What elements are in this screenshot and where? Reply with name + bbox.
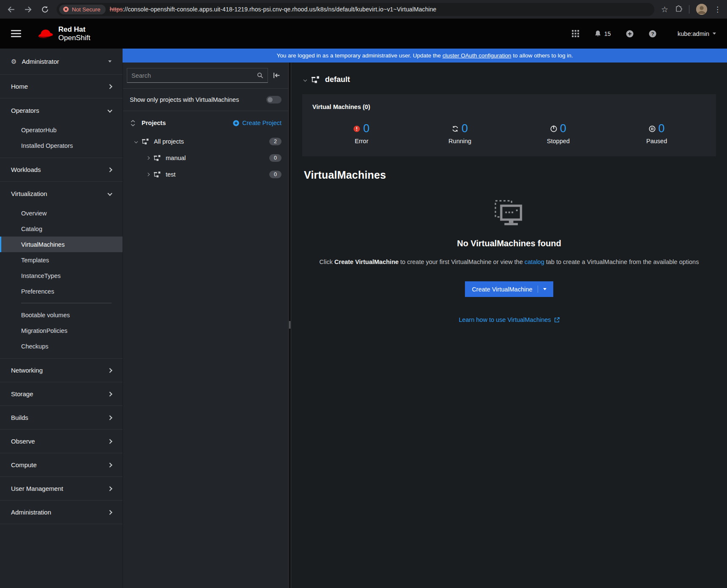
sidebar-item-home[interactable]: Home [0, 75, 123, 98]
vm-status-stats: 0 Error 0 Running [312, 123, 706, 144]
virtual-machine-icon [495, 200, 524, 226]
sidebar-item-label: Operators [11, 107, 39, 114]
create-vm-bold-text: Create VirtualMachine [334, 259, 399, 265]
security-label: Not Secure [72, 6, 101, 13]
browser-back-button[interactable] [6, 4, 16, 14]
nav-toggle-hamburger-icon[interactable] [11, 30, 21, 37]
chevron-right-icon [107, 392, 112, 396]
vm-status-card: Virtual Machines (0) 0 Error [302, 94, 716, 156]
project-name: manual [166, 155, 186, 161]
quick-create-plus-icon[interactable] [626, 30, 634, 38]
browser-reload-button[interactable] [40, 4, 50, 14]
browser-profile-avatar[interactable] [696, 4, 707, 15]
sidebar-item-operatorhub[interactable]: OperatorHub [0, 122, 123, 138]
sidebar-item-checkups[interactable]: Checkups [0, 338, 123, 354]
learn-virtualmachines-link[interactable]: Learn how to use VirtualMachines [459, 316, 551, 323]
project-heading[interactable]: default [291, 63, 727, 84]
sidebar-item-virt-overview[interactable]: Overview [0, 205, 123, 221]
chevron-right-icon [107, 84, 112, 89]
running-sync-icon [452, 125, 459, 132]
banner-text-post: to allow others to log in. [513, 52, 573, 59]
chevron-right-icon [107, 439, 112, 444]
oauth-config-link[interactable]: cluster OAuth configuration [443, 52, 511, 59]
bookmark-star-icon[interactable]: ☆ [661, 5, 668, 14]
masthead-toolbar: 15 ? kube:admin [572, 30, 716, 38]
address-bar[interactable]: Not Secure https://console-openshift-con… [57, 3, 654, 16]
catalog-link[interactable]: catalog [525, 259, 544, 265]
sidebar-item-user-management[interactable]: User Management [0, 477, 123, 501]
sidebar-item-virtualization[interactable]: Virtualization [0, 182, 123, 205]
sidebar-item-compute[interactable]: Compute [0, 453, 123, 477]
sidebar-item-instancetypes[interactable]: InstanceTypes [0, 268, 123, 283]
paused-count[interactable]: 0 [659, 123, 665, 134]
perspective-switcher[interactable]: ⚙ Administrator [0, 49, 123, 75]
page-title: VirtualMachines [291, 156, 727, 181]
sidebar-item-virt-catalog[interactable]: Catalog [0, 221, 123, 237]
sidebar-item-networking[interactable]: Networking [0, 359, 123, 382]
project-icon [142, 139, 149, 144]
vm-filter-toggle[interactable] [266, 96, 282, 103]
sidebar-item-observe[interactable]: Observe [0, 430, 123, 453]
vm-filter-row: Show only projects with VirtualMachines [123, 89, 288, 111]
browser-menu-kebab-icon[interactable]: ⋮ [714, 6, 721, 13]
sort-selector-icon[interactable] [131, 120, 135, 126]
project-icon [154, 172, 161, 177]
create-project-button[interactable]: Create Project [233, 120, 282, 126]
tree-row-all-projects[interactable]: All projects 2 [123, 133, 288, 150]
chevron-down-icon[interactable] [134, 139, 138, 143]
running-count[interactable]: 0 [462, 123, 468, 134]
stat-stopped[interactable]: 0 Stopped [509, 123, 608, 144]
chevron-down-icon [543, 288, 547, 290]
brand-logo[interactable]: Red Hat OpenShift [37, 25, 90, 41]
user-menu[interactable]: kube:admin [678, 30, 716, 37]
sidebar-item-storage[interactable]: Storage [0, 382, 123, 406]
browser-forward-button[interactable] [23, 4, 33, 14]
chevron-right-icon[interactable] [146, 172, 150, 176]
resizer-grip-icon [289, 321, 290, 329]
sidebar-item-administration[interactable]: Administration [0, 501, 123, 524]
project-name: All projects [154, 138, 184, 145]
stat-running[interactable]: 0 Running [411, 123, 509, 144]
tree-row-test[interactable]: test 0 [123, 166, 288, 182]
sidebar-item-virtualmachines[interactable]: VirtualMachines [0, 237, 123, 252]
tree-row-manual[interactable]: manual 0 [123, 150, 288, 166]
vm-card-title: Virtual Machines (0) [312, 103, 706, 110]
app-body: ⚙ Administrator Home Operators OperatorH… [0, 49, 727, 588]
brand-name-top: Red Hat [58, 25, 90, 33]
app-launcher-grid-icon[interactable] [572, 30, 579, 37]
project-count-badge: 0 [269, 171, 282, 178]
main-content: default Virtual Machines (0) 0 Error [291, 63, 727, 588]
forward-arrow-icon [24, 5, 32, 14]
project-search[interactable] [127, 68, 268, 83]
sidebar-item-workloads[interactable]: Workloads [0, 158, 123, 182]
chevron-right-icon[interactable] [146, 156, 150, 159]
sidebar-item-templates[interactable]: Templates [0, 252, 123, 268]
create-virtualmachine-button[interactable]: Create VirtualMachine [465, 281, 553, 297]
sidebar-item-installed-operators[interactable]: Installed Operators [0, 138, 123, 153]
extensions-puzzle-icon[interactable] [675, 5, 682, 14]
collapse-panel-button[interactable] [268, 72, 285, 79]
help-icon[interactable]: ? [649, 30, 656, 38]
stat-paused[interactable]: 0 Paused [607, 123, 706, 144]
panel-resizer-handle[interactable] [288, 63, 291, 588]
projects-panel: Show only projects with VirtualMachines … [123, 63, 288, 588]
bell-icon [594, 30, 601, 37]
sidebar-item-operators[interactable]: Operators [0, 98, 123, 122]
stopped-power-icon [550, 125, 557, 132]
sidebar-item-label: Virtualization [11, 190, 47, 197]
chevron-down-icon[interactable] [303, 78, 307, 81]
notifications-bell[interactable]: 15 [594, 30, 611, 37]
sidebar-item-bootable-volumes[interactable]: Bootable volumes [0, 307, 123, 323]
red-hat-logo-icon [37, 27, 54, 40]
back-arrow-icon [7, 5, 15, 14]
stat-error[interactable]: 0 Error [312, 123, 411, 144]
error-count[interactable]: 0 [363, 123, 369, 134]
site-security-chip[interactable]: Not Secure [59, 5, 106, 14]
search-input[interactable] [131, 72, 254, 79]
stopped-count[interactable]: 0 [560, 123, 566, 134]
sidebar-item-migrationpolicies[interactable]: MigrationPolicies [0, 323, 123, 338]
sidebar-item-preferences[interactable]: Preferences [0, 283, 123, 299]
projects-title: Projects [142, 120, 166, 126]
toolbar-divider [689, 5, 689, 14]
sidebar-item-builds[interactable]: Builds [0, 406, 123, 430]
